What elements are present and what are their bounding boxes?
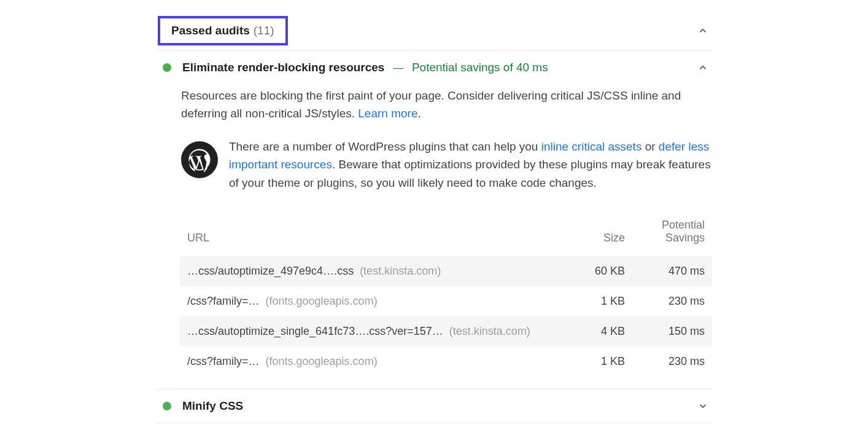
url-path: /css?family=… xyxy=(187,295,260,307)
col-size: Size xyxy=(565,213,632,256)
cell-savings: 470 ms xyxy=(632,256,712,287)
audit-eliminate-render-blocking-header[interactable]: Eliminate render-blocking resources —Pot… xyxy=(157,51,712,84)
col-url: URL xyxy=(180,213,565,256)
url-host: (fonts.googleapis.com) xyxy=(266,295,378,307)
status-dot-pass-icon xyxy=(163,63,171,72)
audit-minify-css-header[interactable]: Minify CSS xyxy=(157,389,712,423)
wp-text-2: or xyxy=(641,140,658,153)
savings-dash: — xyxy=(393,63,403,73)
status-dot-pass-icon xyxy=(163,402,171,410)
url-path: …css/autoptimize_single_641fc73….css?ver… xyxy=(187,325,443,337)
table-row: /css?family=…(fonts.googleapis.com) 1 KB… xyxy=(180,286,712,316)
wordpress-advice-block: There are a number of WordPress plugins … xyxy=(181,138,711,192)
cell-size: 60 KB xyxy=(565,256,632,287)
cell-size: 4 KB xyxy=(565,316,632,346)
audit-description-text: Resources are blocking the first paint o… xyxy=(181,89,681,120)
inline-critical-assets-link[interactable]: inline critical assets xyxy=(541,140,642,153)
table-row: /css?family=…(fonts.googleapis.com) 1 KB… xyxy=(180,346,712,377)
url-host: (fonts.googleapis.com) xyxy=(266,355,378,367)
audit-header-left: Minify CSS xyxy=(163,399,243,413)
cell-size: 1 KB xyxy=(565,286,632,316)
audit-title: Eliminate render-blocking resources xyxy=(182,61,384,74)
chevron-up-icon[interactable] xyxy=(697,25,708,36)
passed-audits-label: Passed audits xyxy=(171,24,250,37)
audit-body: Resources are blocking the first paint o… xyxy=(157,87,712,377)
wordpress-advice-text: There are a number of WordPress plugins … xyxy=(229,138,711,192)
cell-savings: 230 ms xyxy=(632,286,712,316)
audit-description: Resources are blocking the first paint o… xyxy=(181,87,711,123)
wp-text-1: There are a number of WordPress plugins … xyxy=(229,140,541,153)
audit-savings: Potential savings of 40 ms xyxy=(412,61,548,74)
cell-savings: 230 ms xyxy=(632,346,712,377)
chevron-up-icon[interactable] xyxy=(697,62,708,73)
url-path: /css?family=… xyxy=(187,355,260,367)
url-host: (test.kinsta.com) xyxy=(360,265,441,277)
url-path: …css/autoptimize_497e9c4….css xyxy=(187,265,354,277)
col-savings: Potential Savings xyxy=(632,213,712,256)
learn-more-link[interactable]: Learn more xyxy=(358,107,417,120)
passed-audits-count: (11) xyxy=(254,24,274,37)
wordpress-icon xyxy=(181,141,218,178)
audit-title: Minify CSS xyxy=(182,399,243,413)
chevron-down-icon[interactable] xyxy=(697,401,708,412)
audit-description-post: . xyxy=(417,107,420,120)
passed-audits-header[interactable]: Passed audits (11) xyxy=(157,11,712,51)
audit-header-left: Eliminate render-blocking resources —Pot… xyxy=(163,61,548,74)
cell-savings: 150 ms xyxy=(632,316,712,346)
cell-size: 1 KB xyxy=(565,346,632,377)
table-row: …css/autoptimize_497e9c4….css(test.kinst… xyxy=(180,256,712,287)
passed-audits-pill: Passed audits (11) xyxy=(158,16,288,45)
url-host: (test.kinsta.com) xyxy=(449,325,530,337)
resources-table: URL Size Potential Savings …css/autoptim… xyxy=(180,213,712,377)
table-row: …css/autoptimize_single_641fc73….css?ver… xyxy=(180,316,712,346)
